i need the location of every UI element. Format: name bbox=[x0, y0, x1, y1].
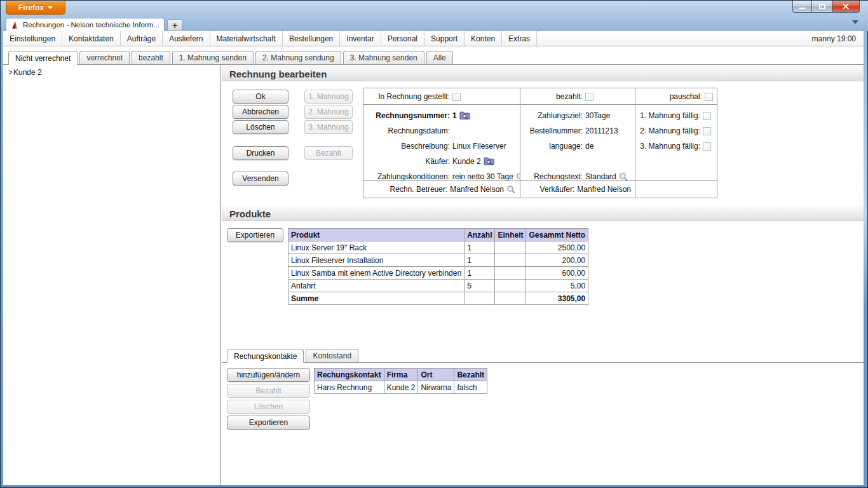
reminder-1-button: 1. Mahnung bbox=[304, 90, 353, 104]
rechnungsdatum-label: Rechnungsdatum: bbox=[365, 126, 452, 135]
cell-kontakt: Hans Rechnung bbox=[315, 381, 384, 394]
cell-netto: 2500,00 bbox=[526, 241, 588, 254]
cell-einheit bbox=[495, 254, 526, 267]
pauschal-checkbox[interactable] bbox=[705, 93, 713, 101]
tab-bezahlt[interactable]: bezahlt bbox=[132, 51, 170, 64]
cell-produkt: Linux Samba mit einem Active Directory v… bbox=[288, 267, 465, 280]
magnifier-icon[interactable] bbox=[619, 172, 628, 182]
cancel-button[interactable]: Abbrechen bbox=[233, 105, 288, 119]
tab-kontostand[interactable]: Kontostand bbox=[306, 349, 358, 362]
beschreibung-value: Linux Fileserver bbox=[452, 142, 519, 151]
in-rechnung-gestellt-checkbox[interactable] bbox=[452, 93, 461, 101]
col-header-anzahl: Anzahl bbox=[465, 229, 495, 241]
customer-tree-panel: > Kunde 2 bbox=[3, 65, 221, 485]
tab-1-mahnung-senden[interactable]: 1. Mahnung senden bbox=[172, 51, 254, 64]
tab-3-mahnung-senden[interactable]: 3. Mahnung senden bbox=[343, 51, 424, 64]
minimize-button[interactable] bbox=[792, 1, 811, 13]
mahnung-3-faellig-checkbox[interactable] bbox=[703, 142, 711, 151]
maximize-button[interactable] bbox=[811, 1, 832, 13]
menu-item-einstellungen[interactable]: Einstellungen bbox=[3, 31, 62, 46]
add-change-contact-button[interactable]: hinzufügen/ändern bbox=[227, 368, 310, 382]
col-header-einheit: Einheit bbox=[495, 229, 526, 241]
folder-search-icon[interactable] bbox=[484, 157, 494, 166]
contact-delete-button: Löschen bbox=[227, 400, 310, 414]
mahnung-2-faellig-label: 2. Mahnung fällig: bbox=[637, 126, 703, 135]
cell-produkt: Linux Server 19" Rack bbox=[288, 241, 465, 254]
tab-verrechnet[interactable]: verrechnet bbox=[79, 51, 130, 64]
firefox-menu-button[interactable]: Firefox bbox=[6, 1, 65, 15]
firefox-menu-label: Firefox bbox=[18, 3, 44, 12]
form-cell: Rechn. Betreuer: Manfred Nelson bbox=[363, 181, 520, 198]
list-all-tabs-icon[interactable] bbox=[852, 20, 858, 24]
beschreibung-label: Beschreibung: bbox=[365, 142, 452, 151]
menu-item-personal[interactable]: Personal bbox=[381, 31, 424, 46]
browser-tab[interactable]: Rechnungen - Nelson technische Inform... bbox=[6, 18, 165, 31]
zahlungskonditionen-value: rein netto 30 Tage bbox=[452, 172, 513, 181]
table-row[interactable]: Linux Samba mit einem Active Directory v… bbox=[288, 267, 588, 280]
col-header-produkt: Produkt bbox=[288, 229, 465, 241]
rechn-betreuer-label: Rechn. Betreuer: bbox=[390, 185, 448, 194]
rechn-betreuer-value: Manfred Nelson bbox=[450, 185, 504, 194]
cell-bezahlt: falsch bbox=[454, 381, 487, 394]
menu-item-inventar[interactable]: Inventar bbox=[340, 31, 381, 46]
menu-item-bestellungen[interactable]: Bestellungen bbox=[283, 31, 340, 46]
user-status: manny 19:00 bbox=[804, 31, 864, 46]
section-title-products: Produkte bbox=[222, 206, 864, 221]
ok-button[interactable]: Ok bbox=[233, 90, 288, 104]
summe-anzahl bbox=[465, 292, 495, 305]
menu-item-kontaktdaten[interactable]: Kontaktdaten bbox=[62, 31, 121, 46]
rechnungsnummer-label: Rechnungsnummer: bbox=[365, 111, 452, 120]
menu-item-support[interactable]: Support bbox=[424, 31, 465, 46]
table-row[interactable]: Linux Fileserver Installation 1 200,00 bbox=[288, 254, 588, 267]
col-header-firma: Firma bbox=[384, 369, 418, 381]
cell-einheit bbox=[495, 267, 526, 280]
form-cell: In Rechnung gestellt: bbox=[363, 88, 520, 105]
table-row[interactable]: Anfahrt 5 5,00 bbox=[288, 280, 588, 292]
form-cell: Rechnungsnummer: 1 bbox=[363, 105, 520, 181]
magnifier-icon[interactable] bbox=[506, 185, 516, 194]
new-tab-button[interactable]: + bbox=[167, 19, 182, 31]
tab-2-mahnung-sendung[interactable]: 2. Mahnung sendung bbox=[255, 51, 341, 64]
print-button[interactable]: Drucken bbox=[233, 146, 288, 160]
menu-item-ausliefern[interactable]: Ausliefern bbox=[163, 31, 210, 46]
tree-item-label: Kunde 2 bbox=[13, 68, 42, 77]
export-products-button[interactable]: Exportieren bbox=[227, 228, 283, 242]
tab-alle[interactable]: Alle bbox=[426, 51, 453, 64]
menu-item-extras[interactable]: Extras bbox=[502, 31, 537, 46]
menu-bar: Einstellungen Kontaktdaten Aufträge Ausl… bbox=[3, 31, 864, 46]
menu-item-auftraege[interactable]: Aufträge bbox=[121, 31, 163, 46]
zahlungsziel-value: 30Tage bbox=[585, 111, 634, 120]
cell-produkt: Anfahrt bbox=[288, 280, 465, 292]
bestellnummer-label: Bestellnummer: bbox=[522, 126, 585, 135]
rechungstext-label: Rechungstext: bbox=[522, 172, 585, 181]
send-button[interactable]: Versenden bbox=[233, 172, 288, 186]
products-header-row: Produkt Anzahl Einheit Gesammt Netto bbox=[288, 229, 588, 241]
table-row[interactable]: Hans Rechnung Kunde 2 Nirwarna falsch bbox=[315, 381, 487, 394]
menu-item-konten[interactable]: Konten bbox=[465, 31, 502, 46]
tree-expand-icon[interactable]: > bbox=[8, 68, 13, 77]
delete-button[interactable]: Löschen bbox=[233, 120, 288, 134]
table-row[interactable]: Linux Server 19" Rack 1 2500,00 bbox=[288, 241, 588, 254]
form-cell: bezahlt: bbox=[520, 88, 635, 105]
close-button[interactable] bbox=[832, 1, 860, 13]
bezahlt-checkbox[interactable] bbox=[585, 93, 593, 101]
form-empty-line bbox=[522, 154, 634, 169]
section-title-invoice: Rechnung bearbeiten bbox=[222, 66, 864, 81]
kaeufer-value: Kunde 2 bbox=[452, 157, 481, 166]
mahnung-2-faellig-checkbox[interactable] bbox=[703, 127, 711, 135]
verkaeufer-value: Manfred Nelson bbox=[577, 185, 631, 194]
mahnung-1-faellig-checkbox[interactable] bbox=[703, 112, 711, 120]
chevron-down-icon bbox=[48, 6, 53, 9]
folder-search-icon[interactable] bbox=[459, 111, 470, 120]
tree-item-kunde-2[interactable]: > Kunde 2 bbox=[8, 68, 42, 77]
cell-einheit bbox=[495, 241, 526, 254]
window-controls bbox=[792, 1, 860, 13]
magnifier-icon[interactable] bbox=[516, 172, 520, 182]
tab-nicht-verrechnet[interactable]: Nicht verrechnet bbox=[8, 51, 78, 65]
language-label: language: bbox=[522, 142, 585, 151]
export-contacts-button[interactable]: Exportieren bbox=[227, 416, 310, 430]
view-tab-bar: Nicht verrechnet verrechnet bezahlt 1. M… bbox=[3, 51, 864, 65]
menu-item-materialwirtschaft[interactable]: Materialwirtschaft bbox=[210, 31, 283, 46]
contacts-table: Rechungskontakt Firma Ort Bezahlt Hans R… bbox=[314, 368, 487, 394]
tab-rechungskontakte[interactable]: Rechungskontakte bbox=[227, 349, 304, 363]
